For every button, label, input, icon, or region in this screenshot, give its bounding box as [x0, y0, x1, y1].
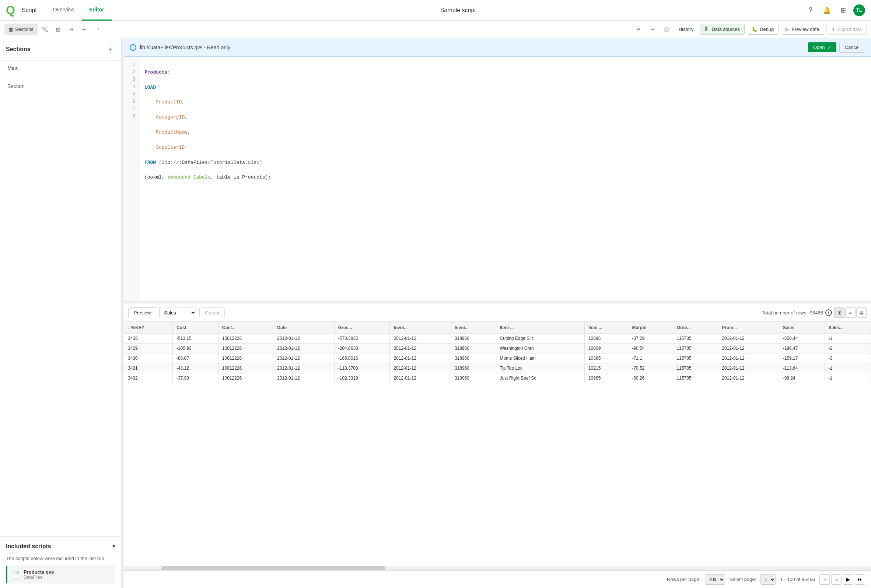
open-button[interactable]: Open ⤢: [808, 42, 837, 52]
line-num-4: 4: [127, 83, 135, 91]
sidebar-title: Sections: [6, 46, 31, 53]
vertical-resize-handle[interactable]: · · ·: [124, 301, 871, 304]
line-num-7: 7: [127, 105, 135, 113]
sidebar-item-main[interactable]: Main: [0, 61, 121, 76]
col-header-sales[interactable]: Sales: [779, 322, 825, 333]
col-header-item2[interactable]: Item ...: [584, 322, 628, 333]
table-select[interactable]: Sales Products Customers: [159, 307, 196, 318]
last-page-button[interactable]: ⏭: [855, 575, 865, 585]
col-header-invoi1[interactable]: Invoi...: [390, 322, 450, 333]
cell-cost: -513.15: [172, 333, 218, 343]
col-header-sales2[interactable]: Sales...: [825, 322, 871, 333]
cell-sales: -159.17: [779, 353, 825, 363]
horizontal-scrollbar[interactable]: [124, 566, 871, 570]
col-header-gros[interactable]: Gros...: [334, 322, 390, 333]
sidebar-item-section[interactable]: Section: [0, 79, 121, 94]
clock-icon[interactable]: 🕐: [661, 24, 672, 35]
first-page-button[interactable]: ⏮: [819, 575, 830, 585]
col-header-cost[interactable]: Cost: [172, 322, 218, 333]
avatar[interactable]: TL: [853, 4, 865, 16]
nav-tabs: Overview Editor: [46, 0, 112, 21]
redo-icon[interactable]: ↪: [647, 24, 658, 35]
data-table: ↕ %KEY Cost Cust... Date Gros... Invoi..…: [124, 322, 871, 383]
help-icon[interactable]: ?: [805, 4, 817, 16]
included-scripts-header[interactable]: Included scripts ▾: [0, 537, 121, 555]
sidebar: Sections + Main Section Included scripts…: [0, 38, 121, 588]
select-page-select[interactable]: 1 2: [760, 575, 775, 585]
table-row: 3432-37.98100122262012-01-12-102.3319201…: [124, 373, 871, 383]
comment-icon[interactable]: ▤: [52, 24, 64, 35]
nav-right: ? 🔔 ⊞ TL: [805, 4, 865, 16]
tab-overview[interactable]: Overview: [46, 0, 82, 21]
cell-gros: -118.3703: [334, 363, 390, 373]
preview-data-button[interactable]: ▷ Preview data: [781, 24, 824, 34]
code-editor[interactable]: 1 2 3 4 5 6 7 8 Products: LOAD ProductID…: [124, 57, 871, 301]
cell-sales2: -1: [825, 373, 871, 383]
rows-per-page-label: Rows per page:: [667, 577, 700, 582]
cell-invoi1: 2012-01-12: [390, 353, 450, 363]
col-header-cust[interactable]: Cust...: [218, 322, 273, 333]
indent-icon[interactable]: ⇥: [66, 24, 77, 35]
cell-cust: 10012226: [218, 353, 273, 363]
grid-view-button[interactable]: ⊞: [834, 307, 844, 318]
cell-cost: -105.93: [172, 343, 218, 353]
col-header-prom[interactable]: Prom...: [718, 322, 779, 333]
col-header-sort[interactable]: ↕ %KEY: [124, 322, 173, 333]
cell-margin: -71.1: [628, 353, 673, 363]
notifications-icon[interactable]: 🔔: [821, 4, 833, 16]
preview-button[interactable]: Preview: [128, 307, 156, 318]
col-header-date[interactable]: Date: [273, 322, 334, 333]
add-section-button[interactable]: +: [105, 44, 115, 54]
cell-orde: 115785: [673, 363, 718, 373]
file-icon: 📄: [12, 571, 20, 579]
cell-cost: -43.12: [172, 363, 218, 373]
cell-key: 3428: [124, 333, 173, 343]
script-file-item[interactable]: 📄 Products.qvs DataFiles: [6, 566, 115, 584]
data-sources-button[interactable]: 🗄 Data sources: [700, 24, 745, 34]
help-toolbar-icon[interactable]: ?: [92, 24, 104, 35]
code-content[interactable]: Products: LOAD ProductID, CategoryID, Pr…: [139, 57, 871, 301]
undo-icon[interactable]: ↩: [633, 24, 644, 35]
view-buttons: ⊞ ≡ ▤: [834, 307, 867, 318]
cancel-button[interactable]: Cancel: [839, 42, 865, 53]
select-page-label: Select page:: [729, 577, 756, 582]
outdent-icon[interactable]: ⇤: [79, 24, 91, 35]
debug-button[interactable]: 🐛 Debug: [747, 24, 778, 34]
scroll-thumb[interactable]: [161, 566, 385, 570]
col-header-orde[interactable]: Orde...: [673, 322, 718, 333]
tab-editor[interactable]: Editor: [82, 0, 111, 21]
cell-key: 3432: [124, 373, 173, 383]
cell-margin: -70.52: [628, 363, 673, 373]
cell-orde: 115785: [673, 343, 718, 353]
col-header-invoi2[interactable]: Invoi...: [450, 322, 496, 333]
cell-gros: -573.3835: [334, 333, 390, 343]
cell-date: 2012-01-12: [273, 363, 334, 373]
cell-item1: Cutting Edge Slic: [496, 333, 584, 343]
read-only-text: lib://DataFiles/Products.qvs - Read only: [140, 45, 804, 51]
cell-key: 3430: [124, 353, 173, 363]
cell-sales2: -2: [825, 343, 871, 353]
next-page-button[interactable]: ▶: [843, 575, 853, 585]
cell-key: 3429: [124, 343, 173, 353]
cell-date: 2012-01-12: [273, 373, 334, 383]
col-header-item1[interactable]: Item ...: [496, 322, 584, 333]
sections-icon: ▦: [9, 27, 13, 32]
history-button[interactable]: History: [675, 24, 697, 35]
cell-margin: -37.29: [628, 333, 673, 343]
sections-button[interactable]: ▦ Sections: [4, 24, 37, 35]
top-nav: Q Script Overview Editor Sample script ?…: [0, 0, 871, 21]
prev-page-button[interactable]: ◀: [831, 575, 841, 585]
compact-view-button[interactable]: ▤: [856, 307, 867, 318]
apps-icon[interactable]: ⊞: [837, 4, 849, 16]
cell-orde: 115785: [673, 373, 718, 383]
output-button[interactable]: Output: [199, 307, 225, 318]
cell-key: 3431: [124, 363, 173, 373]
list-view-button[interactable]: ≡: [845, 307, 856, 318]
col-header-margin[interactable]: Margin: [628, 322, 673, 333]
search-icon[interactable]: 🔍: [39, 24, 51, 35]
cell-item2: 10009: [584, 343, 628, 353]
rows-per-page-select[interactable]: 100 50 25: [705, 575, 725, 585]
export-data-button[interactable]: ⬆ Export data: [826, 24, 867, 34]
cell-orde: 115785: [673, 333, 718, 343]
cell-invoi2: 318960: [450, 333, 496, 343]
